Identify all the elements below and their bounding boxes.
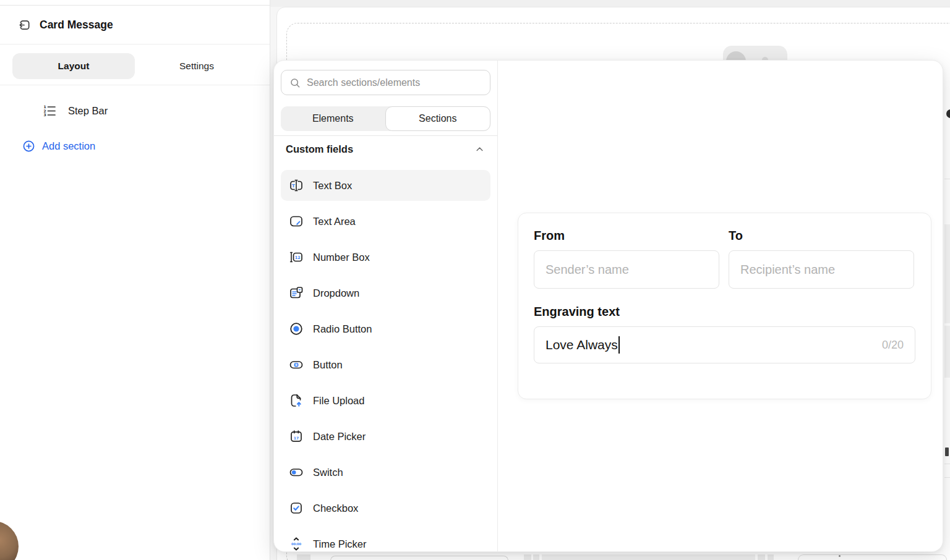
card-message-preview: From To Engraving text Love Always 0/20 (518, 213, 931, 399)
element-item-text-box[interactable]: T Text Box (281, 170, 490, 201)
custom-fields-group-header[interactable]: Custom fields (281, 136, 490, 162)
sidebar: Card Message Layout Settings 1 2 3 Step … (0, 0, 270, 560)
element-item-dropdown[interactable]: Dropdown (281, 278, 490, 308)
background-line-fragment (944, 477, 950, 478)
number-box-icon: 12 (289, 250, 304, 265)
text-caret (618, 336, 620, 354)
button-icon: B (289, 357, 304, 372)
date-picker-icon: 17 (289, 429, 304, 444)
time-picker-icon: 00:00 (289, 537, 304, 551)
background-bottom-fragment (542, 554, 755, 560)
tab-layout[interactable]: Layout (12, 53, 135, 79)
element-item-switch[interactable]: Switch (281, 457, 490, 488)
svg-text:12: 12 (295, 255, 301, 260)
form-builder-screen: Card Message Layout Settings 1 2 3 Step … (0, 0, 950, 560)
elements-popup: Elements Sections Custom fields (273, 60, 943, 552)
chevron-up-icon (474, 143, 486, 155)
search-box[interactable] (281, 70, 490, 95)
svg-text:17: 17 (294, 436, 299, 440)
from-label: From (534, 229, 719, 243)
svg-text:T: T (292, 184, 295, 189)
svg-text:3: 3 (44, 112, 46, 117)
page-title: Card Message (40, 19, 113, 32)
tab-sections[interactable]: Sections (385, 106, 491, 131)
element-item-time-picker[interactable]: 00:00 Time Picker (281, 528, 490, 552)
background-gray-fragment (944, 224, 950, 323)
text-box-icon: T (289, 178, 304, 193)
background-line-fragment (944, 179, 950, 179)
background-bottom-fragment (533, 554, 539, 560)
svg-text:00:00: 00:00 (291, 542, 302, 546)
search-input[interactable] (307, 77, 482, 88)
elements-panel: Elements Sections Custom fields (274, 61, 498, 551)
background-line-fragment (944, 464, 950, 464)
tab-elements[interactable]: Elements (281, 106, 385, 131)
to-label: To (729, 229, 914, 243)
element-item-text-area[interactable]: Text Area (281, 206, 490, 237)
checkbox-icon (289, 501, 304, 515)
engraving-text-input[interactable]: Love Always 0/20 (534, 326, 915, 363)
background-bottom-fragment (768, 554, 774, 560)
back-icon[interactable] (17, 18, 32, 32)
element-item-file-upload[interactable]: File Upload (281, 385, 490, 416)
engraving-value: Love Always (546, 337, 618, 352)
sidebar-item-label: Step Bar (68, 105, 108, 117)
dropdown-icon (289, 286, 304, 300)
add-section-button[interactable]: Add section (22, 140, 95, 153)
sidebar-header: Card Message (0, 6, 270, 45)
add-section-label: Add section (42, 140, 95, 152)
group-title: Custom fields (286, 143, 353, 155)
background-card-fragment (798, 554, 947, 560)
background-input-fragment (330, 556, 508, 560)
element-item-number-box[interactable]: 12 Number Box (281, 242, 490, 273)
search-icon (289, 77, 301, 89)
element-item-radio-button[interactable]: Radio Button (281, 313, 490, 344)
recipient-name-input[interactable] (729, 250, 914, 289)
element-item-button[interactable]: B Button (281, 349, 490, 380)
step-bar-icon: 1 2 3 (42, 103, 57, 118)
switch-icon (289, 465, 304, 480)
element-item-checkbox[interactable]: Checkbox (281, 493, 490, 524)
from-to-row: From To (534, 229, 915, 289)
background-bottom-fragment (524, 554, 531, 560)
tab-settings[interactable]: Settings (135, 53, 259, 79)
sender-name-input[interactable] (534, 250, 719, 289)
element-item-date-picker[interactable]: 17 Date Picker (281, 421, 490, 452)
sidebar-tabbar: Layout Settings (0, 45, 270, 85)
background-bottom-fragment (297, 554, 310, 560)
background-text-fragment (945, 448, 949, 456)
background-bottom-fragment (758, 554, 765, 560)
char-counter: 0/20 (882, 339, 904, 352)
background-dot-fragment (839, 555, 841, 557)
plus-circle-icon (22, 140, 35, 153)
elements-sections-toggle: Elements Sections (281, 106, 490, 131)
sidebar-item-step-bar[interactable]: 1 2 3 Step Bar (0, 98, 270, 124)
element-list: T Text Box Text Area (281, 170, 490, 552)
background-gray-fragment (944, 326, 950, 378)
text-area-icon (289, 214, 304, 229)
svg-text:B: B (295, 363, 297, 367)
page-top-band (270, 0, 950, 7)
engraving-text-label: Engraving text (534, 305, 915, 319)
file-upload-icon (289, 393, 304, 408)
radio-button-icon (289, 321, 304, 336)
